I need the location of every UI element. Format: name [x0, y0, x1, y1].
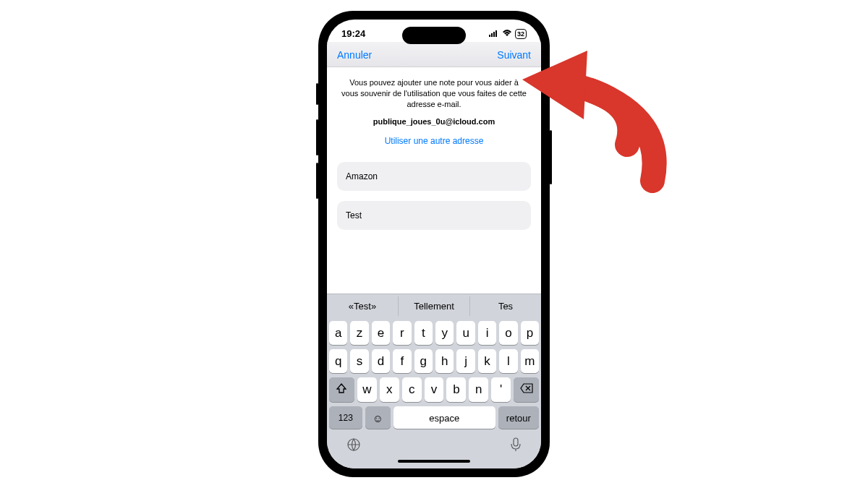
screen: 19:24 32 Annuler Suivant Vous pouvez ajo…: [327, 20, 541, 468]
key-y[interactable]: y: [435, 321, 454, 345]
svg-rect-3: [495, 30, 497, 37]
cancel-button[interactable]: Annuler: [337, 49, 372, 61]
battery-icon: 32: [515, 29, 527, 39]
side-button: [316, 83, 318, 105]
keyboard-suggestions: «Test» Tellement Tes: [327, 294, 541, 318]
status-indicators: 32: [489, 29, 527, 39]
return-key[interactable]: retour: [498, 406, 539, 429]
key-b[interactable]: b: [446, 377, 466, 402]
mic-icon[interactable]: [510, 437, 522, 455]
key-i[interactable]: i: [478, 321, 496, 345]
wifi-icon: [502, 30, 512, 38]
key-f[interactable]: f: [393, 349, 411, 373]
key-l[interactable]: l: [499, 349, 517, 373]
key-a[interactable]: a: [329, 321, 347, 345]
key-h[interactable]: h: [435, 349, 454, 373]
shift-key[interactable]: [329, 377, 354, 402]
key-e[interactable]: e: [372, 321, 390, 345]
svg-rect-0: [489, 35, 490, 37]
key-j[interactable]: j: [456, 349, 475, 373]
key-x[interactable]: x: [380, 377, 399, 402]
globe-icon[interactable]: [346, 437, 361, 455]
key-w[interactable]: w: [357, 377, 377, 402]
key-c[interactable]: c: [402, 377, 422, 402]
svg-rect-1: [491, 33, 493, 37]
numbers-key[interactable]: 123: [329, 406, 362, 429]
cellular-icon: [489, 30, 499, 38]
home-indicator[interactable]: [398, 460, 470, 463]
svg-rect-2: [493, 32, 495, 37]
keyboard-row-2: qsdfghjklm: [329, 349, 539, 373]
key-m[interactable]: m: [521, 349, 539, 373]
key-v[interactable]: v: [425, 377, 444, 402]
key-q[interactable]: q: [329, 349, 347, 373]
suggestion[interactable]: «Test»: [327, 296, 398, 316]
iphone-frame: 19:24 32 Annuler Suivant Vous pouvez ajo…: [318, 11, 550, 477]
volume-down-button: [316, 163, 318, 199]
key-t[interactable]: t: [414, 321, 433, 345]
key-k[interactable]: k: [478, 349, 496, 373]
key-'[interactable]: ': [491, 377, 511, 402]
modal-header: Annuler Suivant: [327, 42, 541, 67]
helper-text: Vous pouvez ajouter une note pour vous a…: [337, 77, 531, 110]
keyboard: azertyuiop qsdfghjklm wxcvbn' 123 ☺ espa…: [327, 318, 541, 468]
label-input[interactable]: Amazon: [337, 162, 531, 191]
next-button[interactable]: Suivant: [497, 49, 531, 61]
emoji-key[interactable]: ☺: [365, 406, 391, 429]
status-time: 19:24: [341, 28, 365, 39]
space-key[interactable]: espace: [393, 406, 495, 429]
key-r[interactable]: r: [393, 321, 411, 345]
keyboard-row-4: 123 ☺ espace retour: [329, 406, 539, 429]
backspace-key[interactable]: [514, 377, 539, 402]
svg-rect-5: [514, 438, 518, 446]
key-d[interactable]: d: [372, 349, 390, 373]
generated-email: publique_joues_0u@icloud.com: [337, 117, 531, 126]
keyboard-row-3: wxcvbn': [329, 377, 539, 402]
suggestion[interactable]: Tellement: [398, 296, 469, 316]
key-p[interactable]: p: [521, 321, 539, 345]
note-input[interactable]: Test: [337, 201, 531, 230]
suggestion[interactable]: Tes: [469, 296, 541, 316]
keyboard-row-1: azertyuiop: [329, 321, 539, 345]
key-s[interactable]: s: [350, 349, 368, 373]
dynamic-island: [402, 27, 466, 44]
volume-up-button: [316, 119, 318, 155]
key-o[interactable]: o: [499, 321, 517, 345]
key-n[interactable]: n: [469, 377, 488, 402]
keyboard-bottom-row: [329, 433, 539, 457]
key-z[interactable]: z: [350, 321, 368, 345]
key-u[interactable]: u: [456, 321, 475, 345]
power-button: [550, 130, 552, 184]
use-other-address-link[interactable]: Utiliser une autre adresse: [337, 136, 531, 146]
key-g[interactable]: g: [414, 349, 433, 373]
modal-body: Vous pouvez ajouter une note pour vous a…: [327, 67, 541, 294]
